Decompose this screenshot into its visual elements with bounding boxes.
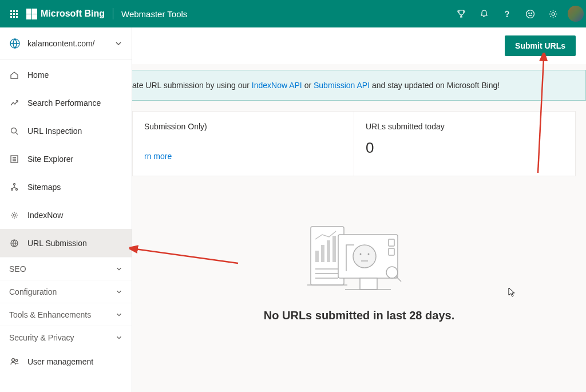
nav-group-seo[interactable]: SEO xyxy=(0,257,132,280)
empty-illustration-icon xyxy=(305,216,414,296)
site-name: kalamcontent.com/ xyxy=(27,39,108,48)
site-picker[interactable]: kalamcontent.com/ xyxy=(0,27,132,60)
nav-label: Home xyxy=(27,70,49,80)
svg-rect-32 xyxy=(360,278,377,290)
summary-cards: Submission Only) rn more URLs submitted … xyxy=(132,111,576,176)
nav-label: Site Explorer xyxy=(27,155,73,164)
nav-label: User management xyxy=(27,357,93,366)
group-label: Configuration xyxy=(9,287,57,296)
submission-api-link[interactable]: Submission API xyxy=(314,81,370,90)
card-title: URLs submitted today xyxy=(366,122,564,131)
help-icon[interactable] xyxy=(496,0,518,27)
nav-site-explorer[interactable]: Site Explorer xyxy=(0,145,132,173)
svg-point-8 xyxy=(14,183,15,185)
divider xyxy=(113,8,113,19)
svg-line-31 xyxy=(396,276,401,282)
svg-point-0 xyxy=(506,16,507,17)
svg-rect-19 xyxy=(332,236,336,262)
nav-group-configuration[interactable]: Configuration xyxy=(0,280,132,303)
nav-user-management[interactable]: User management xyxy=(0,349,132,375)
app-header: Microsoft Bing Webmaster Tools xyxy=(0,0,586,27)
nav-url-inspection[interactable]: URL Inspection xyxy=(0,117,132,145)
svg-point-26 xyxy=(353,245,376,268)
svg-rect-17 xyxy=(321,245,324,262)
nav-indexnow[interactable]: IndexNow xyxy=(0,201,132,229)
sitemap-icon xyxy=(9,183,19,192)
svg-point-13 xyxy=(12,359,15,362)
svg-point-27 xyxy=(359,254,361,255)
settings-gear-icon[interactable] xyxy=(541,0,564,27)
svg-point-28 xyxy=(367,254,369,255)
submit-urls-button[interactable]: Submit URLs xyxy=(505,35,576,56)
chevron-down-icon xyxy=(116,311,122,318)
card-title: Submission Only) xyxy=(144,122,342,131)
tool-title: Webmaster Tools xyxy=(121,9,187,19)
svg-point-2 xyxy=(528,13,529,13)
nav-label: Search Performance xyxy=(27,98,101,108)
nav-group-security[interactable]: Security & Privacy xyxy=(0,326,132,349)
nav-group-tools[interactable]: Tools & Enhancements xyxy=(0,303,132,326)
info-banner: ate URL submission by using our IndexNow… xyxy=(132,70,586,101)
nav-label: IndexNow xyxy=(27,211,63,220)
chevron-down-icon xyxy=(114,39,122,47)
svg-point-1 xyxy=(526,10,534,18)
brand-text: Microsoft Bing xyxy=(41,9,105,19)
search-icon xyxy=(9,126,19,136)
card-value: 0 xyxy=(366,139,564,157)
sidebar: kalamcontent.com/ Home Search Performanc… xyxy=(0,27,132,392)
nav-url-submission[interactable]: URL Submission xyxy=(0,229,132,257)
svg-rect-16 xyxy=(315,251,319,262)
globe-icon xyxy=(9,239,19,248)
banner-text: or xyxy=(302,81,314,90)
svg-point-4 xyxy=(552,13,555,15)
feedback-smile-icon[interactable] xyxy=(518,0,541,27)
trend-icon xyxy=(9,98,19,108)
globe-icon xyxy=(9,38,21,49)
svg-point-3 xyxy=(530,13,531,13)
chevron-down-icon xyxy=(116,266,122,272)
card-quota: Submission Only) rn more xyxy=(133,112,354,176)
app-launcher-icon[interactable] xyxy=(5,0,23,27)
group-label: SEO xyxy=(9,264,26,274)
bell-icon[interactable] xyxy=(473,0,496,27)
empty-state: No URLs submitted in last 28 days. xyxy=(132,176,586,322)
main-content: Submit URLs ate URL submission by using … xyxy=(132,27,586,392)
learn-more-link[interactable]: rn more xyxy=(144,152,342,161)
brand-logo[interactable]: Microsoft Bing xyxy=(26,9,105,19)
home-icon xyxy=(9,70,19,80)
banner-text: ate URL submission by using our xyxy=(132,81,252,90)
empty-state-text: No URLs submitted in last 28 days. xyxy=(132,309,586,322)
nav-home[interactable]: Home xyxy=(0,61,132,89)
group-label: Tools & Enhancements xyxy=(9,310,91,319)
nav: Home Search Performance URL Inspection S… xyxy=(0,60,132,375)
nav-label: URL Submission xyxy=(27,239,87,248)
group-label: Security & Privacy xyxy=(9,333,74,342)
svg-point-6 xyxy=(11,128,17,133)
user-avatar[interactable] xyxy=(568,6,584,22)
gear-icon xyxy=(9,211,19,220)
nav-sitemaps[interactable]: Sitemaps xyxy=(0,173,132,201)
list-icon xyxy=(9,155,19,164)
nav-label: Sitemaps xyxy=(27,183,61,192)
trophy-icon[interactable] xyxy=(450,0,473,27)
chevron-down-icon xyxy=(116,288,122,295)
svg-rect-18 xyxy=(327,240,330,262)
indexnow-api-link[interactable]: IndexNow API xyxy=(252,81,302,90)
card-submitted-today: URLs submitted today 0 xyxy=(354,112,575,176)
svg-point-14 xyxy=(15,359,18,362)
banner-text: and stay updated on Microsoft Bing! xyxy=(370,81,500,90)
microsoft-logo-icon xyxy=(26,9,37,19)
nav-label: URL Inspection xyxy=(27,126,82,136)
nav-search-performance[interactable]: Search Performance xyxy=(0,89,132,117)
user-icon xyxy=(9,357,19,366)
chevron-down-icon xyxy=(116,334,122,341)
svg-point-11 xyxy=(13,214,15,216)
page-toolbar: Submit URLs xyxy=(132,27,586,64)
